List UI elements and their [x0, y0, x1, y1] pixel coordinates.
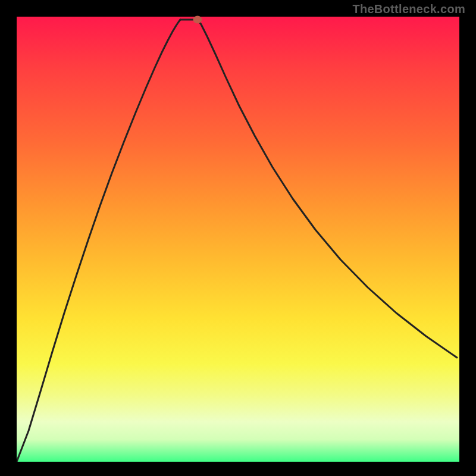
left-curve-path — [17, 20, 180, 462]
right-curve-path — [198, 20, 457, 358]
plot-area — [17, 17, 459, 462]
watermark-text: TheBottleneck.com — [352, 2, 465, 16]
chart-root: TheBottleneck.com — [0, 0, 476, 476]
bottom-marker — [193, 16, 202, 24]
curve-svg — [17, 17, 459, 462]
